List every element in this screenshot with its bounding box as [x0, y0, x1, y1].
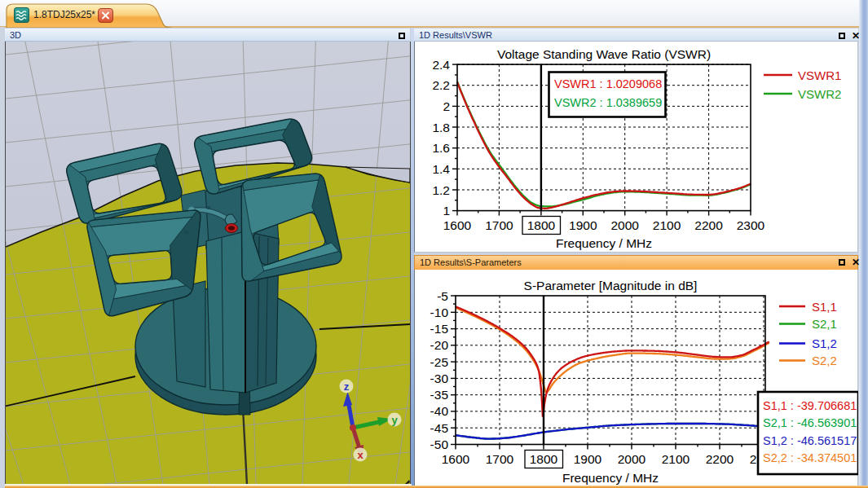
svg-text:1.4: 1.4 [432, 162, 450, 176]
svg-text:-5: -5 [437, 289, 448, 303]
svg-text:1.8: 1.8 [432, 121, 450, 134]
svg-text:S1,2: S1,2 [812, 336, 837, 350]
svg-text:-50: -50 [430, 437, 449, 451]
svg-text:S2,1 : -46.563901: S2,1 : -46.563901 [763, 416, 857, 429]
svg-text:2300: 2300 [737, 218, 765, 232]
svg-text:1900: 1900 [569, 218, 597, 232]
svg-text:2.2: 2.2 [432, 78, 450, 92]
svg-text:S1,1: S1,1 [812, 300, 837, 314]
svg-text:2200: 2200 [706, 452, 734, 466]
svg-text:S2,2 : -34.374501: S2,2 : -34.374501 [763, 451, 857, 464]
svg-text:VSWR1: VSWR1 [798, 68, 841, 82]
svg-text:-10: -10 [430, 306, 449, 319]
svg-text:S1,2 : -46.561517: S1,2 : -46.561517 [763, 434, 857, 447]
svg-text:2000: 2000 [618, 452, 646, 466]
svg-text:VSWR2: VSWR2 [798, 87, 841, 101]
svg-text:S2,2: S2,2 [812, 354, 837, 367]
svg-text:1800: 1800 [527, 218, 556, 232]
svg-text:Frequency / MHz: Frequency / MHz [556, 236, 652, 250]
svg-text:VSWR2 : 1.0389659: VSWR2 : 1.0389659 [554, 96, 662, 109]
svg-text:1700: 1700 [486, 452, 514, 466]
svg-text:y: y [391, 414, 398, 426]
svg-text:S-Parameter [Magnitude in dB]: S-Parameter [Magnitude in dB] [524, 279, 698, 292]
svg-text:2100: 2100 [662, 452, 690, 466]
svg-text:-20: -20 [430, 338, 449, 352]
svg-text:S2,1: S2,1 [812, 317, 837, 331]
svg-text:-30: -30 [430, 371, 449, 385]
svg-text:2.4: 2.4 [432, 58, 450, 72]
svg-text:-35: -35 [430, 388, 448, 402]
svg-text:2: 2 [443, 99, 450, 113]
svg-text:1.6: 1.6 [432, 141, 450, 155]
svg-text:1800: 1800 [530, 452, 558, 466]
svg-text:VSWR1 : 1.0209068: VSWR1 : 1.0209068 [554, 77, 662, 90]
svg-text:2100: 2100 [653, 218, 681, 232]
svg-text:1900: 1900 [574, 452, 602, 466]
svg-text:1600: 1600 [443, 218, 472, 232]
svg-text:Frequency / MHz: Frequency / MHz [562, 471, 659, 485]
svg-text:2000: 2000 [610, 218, 639, 232]
svg-text:S1,1 : -39.706681: S1,1 : -39.706681 [763, 399, 857, 412]
svg-text:-45: -45 [430, 421, 448, 435]
svg-text:z: z [344, 380, 350, 393]
svg-text:Voltage Standing Wave Ratio (V: Voltage Standing Wave Ratio (VSWR) [497, 47, 711, 61]
svg-text:-15: -15 [430, 322, 448, 336]
svg-text:-25: -25 [430, 355, 448, 369]
svg-text:2200: 2200 [694, 218, 723, 232]
svg-text:1600: 1600 [442, 452, 470, 466]
svg-text:x: x [357, 449, 364, 461]
svg-text:1.2: 1.2 [432, 183, 450, 197]
svg-text:-40: -40 [430, 404, 449, 418]
svg-text:1: 1 [443, 204, 450, 218]
svg-text:1700: 1700 [485, 218, 513, 232]
